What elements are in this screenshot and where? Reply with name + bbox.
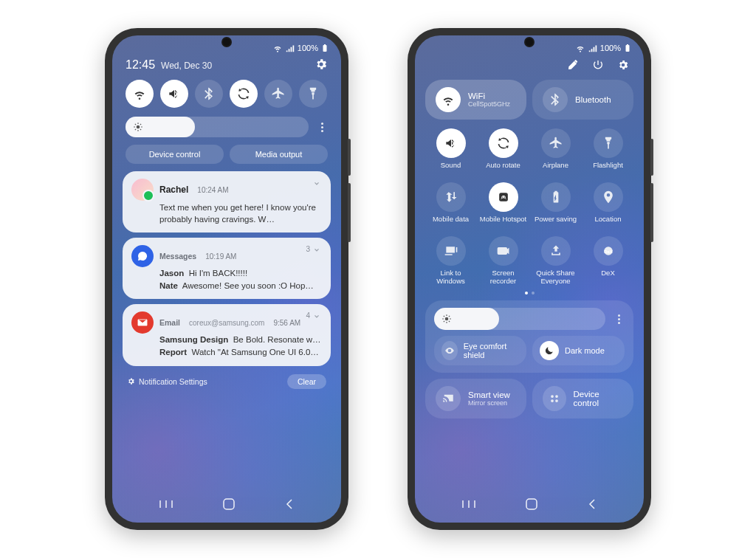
brightness-slider[interactable] xyxy=(126,117,309,137)
quick-settings-grid: Sound Auto rotate Airplane Flashlight Mo… xyxy=(415,120,644,289)
hw-button xyxy=(348,183,351,242)
tile-linkwindows[interactable]: Link to Windows xyxy=(427,236,475,286)
wifi-icon xyxy=(132,86,147,101)
linkwindows-icon xyxy=(444,244,458,258)
notif-body: Text me when you get here! I know you're… xyxy=(159,202,322,225)
screenrecorder-icon xyxy=(496,244,511,258)
tile-label: Flashlight xyxy=(593,162,623,178)
toggle-wifi[interactable] xyxy=(126,80,154,108)
tile-label: Smart view xyxy=(468,390,510,399)
date-text: Wed, Dec 30 xyxy=(161,61,212,71)
device-control-chip[interactable]: Device control xyxy=(126,145,224,164)
edit-button[interactable] xyxy=(567,59,579,72)
notification-email[interactable]: 4 Email coreux@samsung.com 9:56 AM Samsu… xyxy=(123,304,331,365)
tile-flashlight[interactable]: Flashlight xyxy=(584,128,632,178)
svg-rect-13 xyxy=(627,44,628,46)
mobiledata-icon xyxy=(444,190,458,204)
settings-button[interactable] xyxy=(617,59,629,72)
gear-icon xyxy=(315,58,328,71)
tile-screenrecorder[interactable]: Screen recorder xyxy=(479,236,527,286)
notif-title: Rachel xyxy=(159,185,188,195)
time-date: 12:45 Wed, Dec 30 xyxy=(126,58,212,72)
power-button[interactable] xyxy=(592,59,604,72)
brightness-more-button[interactable] xyxy=(316,123,328,132)
notif-line: Jason Hi I'm BACK!!!!! xyxy=(159,267,322,280)
tile-bluetooth[interactable]: Bluetooth xyxy=(532,80,633,120)
brightness-slider[interactable] xyxy=(434,308,605,330)
notif-time: 10:19 AM xyxy=(205,252,236,261)
wifi-status-icon xyxy=(272,43,283,53)
tile-sound[interactable]: Sound xyxy=(427,128,475,178)
nav-home[interactable] xyxy=(525,497,538,512)
tile-mobiledata[interactable]: Mobile data xyxy=(427,182,475,232)
avatar-icon xyxy=(131,179,154,201)
nav-home[interactable] xyxy=(222,497,236,512)
gear-icon xyxy=(127,377,135,385)
nav-back[interactable] xyxy=(587,498,597,512)
tile-wifi[interactable]: WiFi CellSpot5GHz xyxy=(425,80,526,120)
wifi-icon xyxy=(436,87,461,112)
flashlight-icon xyxy=(601,136,616,151)
battery-icon xyxy=(623,43,632,53)
tile-label: Power saving xyxy=(535,216,577,232)
expand-icon[interactable] xyxy=(312,311,322,323)
tile-label: Mobile data xyxy=(433,216,469,232)
settings-button[interactable] xyxy=(315,58,328,72)
brightness-more-button[interactable] xyxy=(613,314,625,324)
hw-button xyxy=(348,139,351,176)
notif-app: Email xyxy=(159,318,180,327)
messages-app-icon xyxy=(131,245,154,267)
hw-button xyxy=(650,139,653,176)
tile-sublabel: CellSpot5GHz xyxy=(468,100,510,108)
tile-autorotate[interactable]: Auto rotate xyxy=(479,128,527,178)
phone-notifications: 100% 12:45 Wed, Dec 30 xyxy=(105,28,348,530)
gear-icon xyxy=(617,59,629,71)
signal-icon xyxy=(588,43,598,53)
tile-label: Mobile Hotspot xyxy=(480,216,526,232)
autorotate-icon xyxy=(496,136,511,151)
notif-app: Messages xyxy=(159,252,196,261)
tile-sublabel: Mirror screen xyxy=(468,399,510,407)
notif-line: Report Watch "At Samsung One UI 6.0… xyxy=(159,346,322,359)
notif-count: 3 xyxy=(306,245,310,253)
toggle-bluetooth[interactable] xyxy=(195,80,223,108)
location-icon xyxy=(601,190,616,204)
toggle-sound[interactable] xyxy=(160,80,188,108)
tile-smartview[interactable]: Smart view Mirror screen xyxy=(425,379,526,418)
devicecontrol-icon xyxy=(543,386,566,411)
tile-dex[interactable]: DeX xyxy=(584,236,632,286)
bluetooth-icon xyxy=(543,87,568,112)
pencil-icon xyxy=(567,59,579,71)
sound-icon xyxy=(444,136,458,151)
tile-label: Screen recorder xyxy=(479,269,527,286)
tile-quickshare[interactable]: Quick Share Everyone xyxy=(532,236,580,286)
signal-icon xyxy=(285,43,295,53)
quickshare-icon xyxy=(549,244,563,258)
tile-label: Link to Windows xyxy=(427,269,475,286)
notification-messages[interactable]: 3 Messages 10:19 AM Jason Hi I'm BACK!!!… xyxy=(123,238,331,299)
clear-button[interactable]: Clear xyxy=(287,374,326,389)
page-indicator[interactable] xyxy=(415,289,644,300)
tile-powersaving[interactable]: Power saving xyxy=(532,182,580,232)
toggle-eyecomfort[interactable]: Eye comfort shield xyxy=(434,336,526,365)
nav-back[interactable] xyxy=(284,498,295,512)
expand-icon[interactable] xyxy=(312,179,322,190)
expand-icon[interactable] xyxy=(312,245,322,257)
notification-settings-link[interactable]: Notification Settings xyxy=(127,377,207,386)
tile-airplane[interactable]: Airplane xyxy=(532,128,580,178)
tile-location[interactable]: Location xyxy=(584,182,632,232)
toggle-autorotate[interactable] xyxy=(230,80,258,108)
media-output-chip[interactable]: Media output xyxy=(230,145,328,164)
toggle-flashlight[interactable] xyxy=(299,80,327,108)
toggle-airplane[interactable] xyxy=(264,80,292,108)
nav-recents[interactable] xyxy=(461,499,476,511)
toggle-darkmode[interactable]: Dark mode xyxy=(532,336,625,365)
notification-settings-label: Notification Settings xyxy=(139,377,207,386)
tile-devicecontrol[interactable]: Device control xyxy=(532,379,633,418)
hw-button xyxy=(650,183,653,242)
nav-recents[interactable] xyxy=(159,499,173,511)
hotspot-icon xyxy=(496,190,511,204)
notification-rachel[interactable]: Rachel 10:24 AM Text me when you get her… xyxy=(123,171,331,232)
tile-label: Auto rotate xyxy=(486,162,520,178)
tile-hotspot[interactable]: Mobile Hotspot xyxy=(479,182,527,232)
